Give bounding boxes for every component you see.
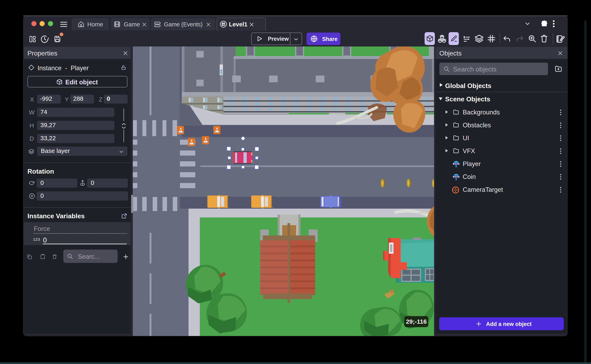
svg-text:3D: 3D [60, 83, 63, 85]
